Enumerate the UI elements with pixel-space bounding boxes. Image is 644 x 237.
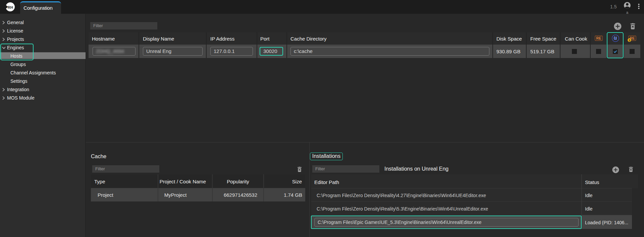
- svg-text:5: 5: [629, 39, 630, 42]
- svg-text:RH: RH: [8, 5, 13, 9]
- svg-text:RE: RE: [596, 36, 601, 40]
- svg-text:a: a: [626, 10, 629, 14]
